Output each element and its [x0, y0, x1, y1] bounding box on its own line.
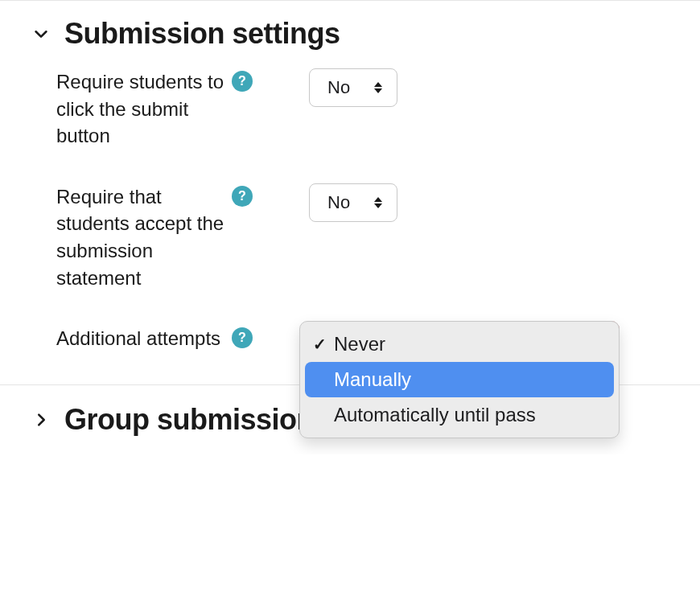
option-manually[interactable]: Manually: [305, 362, 614, 397]
control-container: No: [266, 68, 397, 107]
label-container: Require students to click the submit but…: [32, 68, 266, 150]
option-label: Manually: [334, 368, 411, 391]
submission-settings-section: Submission settings Require students to …: [0, 1, 700, 384]
sort-icon: [374, 197, 382, 208]
field-additional-attempts: Additional attempts ? ✓ Never Manually A…: [32, 325, 668, 352]
require-statement-label: Require that students accept the submiss…: [56, 183, 232, 291]
sort-icon: [374, 82, 382, 93]
option-label: Never: [334, 333, 385, 355]
submission-settings-toggle[interactable]: Submission settings: [32, 17, 668, 51]
option-automatically-until-pass[interactable]: Automatically until pass: [305, 397, 614, 433]
label-container: Require that students accept the submiss…: [32, 183, 266, 291]
help-icon[interactable]: ?: [232, 327, 253, 348]
require-statement-select[interactable]: No: [309, 183, 397, 222]
field-require-submit-click: Require students to click the submit but…: [32, 68, 668, 150]
control-container: No: [266, 183, 397, 222]
option-label: Automatically until pass: [334, 404, 536, 426]
select-value: No: [327, 77, 350, 98]
check-icon: ✓: [313, 335, 334, 354]
chevron-right-icon: [32, 411, 50, 429]
option-never[interactable]: ✓ Never: [305, 327, 614, 362]
submission-settings-title: Submission settings: [64, 17, 340, 51]
require-submit-click-select[interactable]: No: [309, 68, 397, 107]
help-icon[interactable]: ?: [232, 186, 253, 207]
field-require-statement: Require that students accept the submiss…: [32, 183, 668, 291]
chevron-down-icon: [32, 25, 50, 43]
additional-attempts-dropdown[interactable]: ✓ Never Manually Automatically until pas…: [299, 321, 620, 438]
require-submit-click-label: Require students to click the submit but…: [56, 68, 232, 150]
select-value: No: [327, 192, 350, 213]
label-container: Additional attempts ?: [32, 325, 266, 352]
help-icon[interactable]: ?: [232, 71, 253, 92]
additional-attempts-label: Additional attempts: [56, 325, 220, 352]
